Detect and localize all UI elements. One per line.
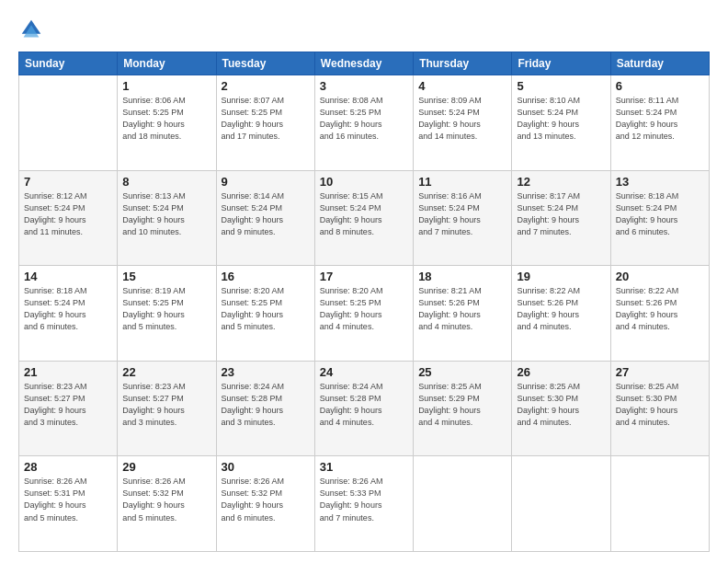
calendar-cell: 17Sunrise: 8:20 AM Sunset: 5:25 PM Dayli… xyxy=(314,266,413,362)
week-row-4: 21Sunrise: 8:23 AM Sunset: 5:27 PM Dayli… xyxy=(19,361,710,456)
calendar-cell: 21Sunrise: 8:23 AM Sunset: 5:27 PM Dayli… xyxy=(19,361,118,456)
calendar-cell: 9Sunrise: 8:14 AM Sunset: 5:24 PM Daylig… xyxy=(216,170,314,266)
day-number: 21 xyxy=(24,365,112,379)
day-number: 30 xyxy=(222,460,310,474)
day-info: Sunrise: 8:17 AM Sunset: 5:24 PM Dayligh… xyxy=(517,190,605,238)
day-number: 8 xyxy=(122,175,210,189)
day-number: 24 xyxy=(320,365,408,379)
calendar-cell: 15Sunrise: 8:19 AM Sunset: 5:25 PM Dayli… xyxy=(118,266,216,362)
day-info: Sunrise: 8:26 AM Sunset: 5:32 PM Dayligh… xyxy=(122,476,210,523)
calendar-cell: 28Sunrise: 8:26 AM Sunset: 5:31 PM Dayli… xyxy=(19,456,118,552)
day-info: Sunrise: 8:20 AM Sunset: 5:25 PM Dayligh… xyxy=(222,285,310,333)
day-number: 11 xyxy=(418,175,506,189)
day-number: 14 xyxy=(24,270,112,283)
day-number: 6 xyxy=(616,79,704,93)
day-info: Sunrise: 8:22 AM Sunset: 5:26 PM Dayligh… xyxy=(517,285,605,333)
calendar-cell: 18Sunrise: 8:21 AM Sunset: 5:26 PM Dayli… xyxy=(414,266,512,362)
day-info: Sunrise: 8:14 AM Sunset: 5:24 PM Dayligh… xyxy=(222,190,310,238)
week-row-2: 7Sunrise: 8:12 AM Sunset: 5:24 PM Daylig… xyxy=(19,170,710,266)
day-info: Sunrise: 8:21 AM Sunset: 5:26 PM Dayligh… xyxy=(418,285,506,333)
calendar-cell: 29Sunrise: 8:26 AM Sunset: 5:32 PM Dayli… xyxy=(118,456,216,552)
day-number: 29 xyxy=(122,460,210,474)
calendar-cell: 6Sunrise: 8:11 AM Sunset: 5:24 PM Daylig… xyxy=(610,75,709,171)
weekday-thursday: Thursday xyxy=(414,52,512,75)
calendar-cell: 26Sunrise: 8:25 AM Sunset: 5:30 PM Dayli… xyxy=(512,361,610,456)
calendar-cell: 24Sunrise: 8:24 AM Sunset: 5:28 PM Dayli… xyxy=(314,361,413,456)
calendar-cell: 8Sunrise: 8:13 AM Sunset: 5:24 PM Daylig… xyxy=(118,170,216,266)
week-row-3: 14Sunrise: 8:18 AM Sunset: 5:24 PM Dayli… xyxy=(19,266,710,362)
calendar-cell: 16Sunrise: 8:20 AM Sunset: 5:25 PM Dayli… xyxy=(216,266,314,362)
calendar-cell: 23Sunrise: 8:24 AM Sunset: 5:28 PM Dayli… xyxy=(216,361,314,456)
day-info: Sunrise: 8:24 AM Sunset: 5:28 PM Dayligh… xyxy=(222,381,310,429)
day-info: Sunrise: 8:19 AM Sunset: 5:25 PM Dayligh… xyxy=(122,285,210,333)
day-info: Sunrise: 8:26 AM Sunset: 5:33 PM Dayligh… xyxy=(320,476,408,523)
weekday-header-row: SundayMondayTuesdayWednesdayThursdayFrid… xyxy=(19,52,710,75)
calendar-cell: 3Sunrise: 8:08 AM Sunset: 5:25 PM Daylig… xyxy=(314,75,413,171)
day-number: 22 xyxy=(122,365,210,379)
weekday-sunday: Sunday xyxy=(19,52,118,75)
day-number: 17 xyxy=(320,270,408,283)
day-number: 12 xyxy=(517,175,605,189)
calendar-cell: 13Sunrise: 8:18 AM Sunset: 5:24 PM Dayli… xyxy=(610,170,709,266)
day-info: Sunrise: 8:12 AM Sunset: 5:24 PM Dayligh… xyxy=(24,190,112,238)
calendar-cell: 30Sunrise: 8:26 AM Sunset: 5:32 PM Dayli… xyxy=(216,456,314,552)
day-info: Sunrise: 8:13 AM Sunset: 5:24 PM Dayligh… xyxy=(122,190,210,238)
day-info: Sunrise: 8:23 AM Sunset: 5:27 PM Dayligh… xyxy=(122,381,210,429)
calendar-cell xyxy=(610,456,709,552)
calendar-cell: 11Sunrise: 8:16 AM Sunset: 5:24 PM Dayli… xyxy=(414,170,512,266)
day-number: 4 xyxy=(418,79,506,93)
day-number: 27 xyxy=(616,365,704,379)
day-number: 3 xyxy=(320,79,408,93)
day-info: Sunrise: 8:09 AM Sunset: 5:24 PM Dayligh… xyxy=(418,95,506,143)
day-info: Sunrise: 8:15 AM Sunset: 5:24 PM Dayligh… xyxy=(320,190,408,238)
weekday-monday: Monday xyxy=(118,52,216,75)
day-info: Sunrise: 8:25 AM Sunset: 5:29 PM Dayligh… xyxy=(418,381,506,429)
calendar-cell xyxy=(19,75,118,171)
calendar-cell: 1Sunrise: 8:06 AM Sunset: 5:25 PM Daylig… xyxy=(118,75,216,171)
day-info: Sunrise: 8:11 AM Sunset: 5:24 PM Dayligh… xyxy=(616,95,704,143)
day-info: Sunrise: 8:25 AM Sunset: 5:30 PM Dayligh… xyxy=(517,381,605,429)
day-number: 23 xyxy=(222,365,310,379)
weekday-wednesday: Wednesday xyxy=(314,52,413,75)
day-number: 9 xyxy=(222,175,310,189)
day-number: 7 xyxy=(24,175,112,189)
day-info: Sunrise: 8:23 AM Sunset: 5:27 PM Dayligh… xyxy=(24,381,112,429)
day-number: 19 xyxy=(517,270,605,283)
weekday-saturday: Saturday xyxy=(610,52,709,75)
day-info: Sunrise: 8:26 AM Sunset: 5:32 PM Dayligh… xyxy=(222,476,310,523)
calendar-cell: 27Sunrise: 8:25 AM Sunset: 5:30 PM Dayli… xyxy=(610,361,709,456)
calendar-cell: 12Sunrise: 8:17 AM Sunset: 5:24 PM Dayli… xyxy=(512,170,610,266)
calendar: SundayMondayTuesdayWednesdayThursdayFrid… xyxy=(18,52,710,552)
calendar-cell: 14Sunrise: 8:18 AM Sunset: 5:24 PM Dayli… xyxy=(19,266,118,362)
day-info: Sunrise: 8:22 AM Sunset: 5:26 PM Dayligh… xyxy=(616,285,704,333)
day-number: 10 xyxy=(320,175,408,189)
day-info: Sunrise: 8:07 AM Sunset: 5:25 PM Dayligh… xyxy=(222,95,310,143)
day-info: Sunrise: 8:08 AM Sunset: 5:25 PM Dayligh… xyxy=(320,95,408,143)
day-number: 1 xyxy=(122,79,210,93)
day-number: 26 xyxy=(517,365,605,379)
day-info: Sunrise: 8:26 AM Sunset: 5:31 PM Dayligh… xyxy=(24,476,112,523)
calendar-cell xyxy=(414,456,512,552)
day-number: 18 xyxy=(418,270,506,283)
day-number: 16 xyxy=(222,270,310,283)
week-row-1: 1Sunrise: 8:06 AM Sunset: 5:25 PM Daylig… xyxy=(19,75,710,171)
day-number: 5 xyxy=(517,79,605,93)
logo-icon xyxy=(18,17,44,42)
day-info: Sunrise: 8:18 AM Sunset: 5:24 PM Dayligh… xyxy=(24,285,112,333)
calendar-cell: 25Sunrise: 8:25 AM Sunset: 5:29 PM Dayli… xyxy=(414,361,512,456)
day-info: Sunrise: 8:16 AM Sunset: 5:24 PM Dayligh… xyxy=(418,190,506,238)
calendar-cell: 10Sunrise: 8:15 AM Sunset: 5:24 PM Dayli… xyxy=(314,170,413,266)
day-info: Sunrise: 8:18 AM Sunset: 5:24 PM Dayligh… xyxy=(616,190,704,238)
calendar-cell: 7Sunrise: 8:12 AM Sunset: 5:24 PM Daylig… xyxy=(19,170,118,266)
page: SundayMondayTuesdayWednesdayThursdayFrid… xyxy=(0,0,728,563)
calendar-cell: 2Sunrise: 8:07 AM Sunset: 5:25 PM Daylig… xyxy=(216,75,314,171)
week-row-5: 28Sunrise: 8:26 AM Sunset: 5:31 PM Dayli… xyxy=(19,456,710,552)
calendar-cell: 5Sunrise: 8:10 AM Sunset: 5:24 PM Daylig… xyxy=(512,75,610,171)
day-number: 2 xyxy=(222,79,310,93)
day-info: Sunrise: 8:25 AM Sunset: 5:30 PM Dayligh… xyxy=(616,381,704,429)
day-info: Sunrise: 8:10 AM Sunset: 5:24 PM Dayligh… xyxy=(517,95,605,143)
calendar-cell: 20Sunrise: 8:22 AM Sunset: 5:26 PM Dayli… xyxy=(610,266,709,362)
header xyxy=(18,17,710,42)
calendar-cell: 4Sunrise: 8:09 AM Sunset: 5:24 PM Daylig… xyxy=(414,75,512,171)
calendar-cell: 22Sunrise: 8:23 AM Sunset: 5:27 PM Dayli… xyxy=(118,361,216,456)
